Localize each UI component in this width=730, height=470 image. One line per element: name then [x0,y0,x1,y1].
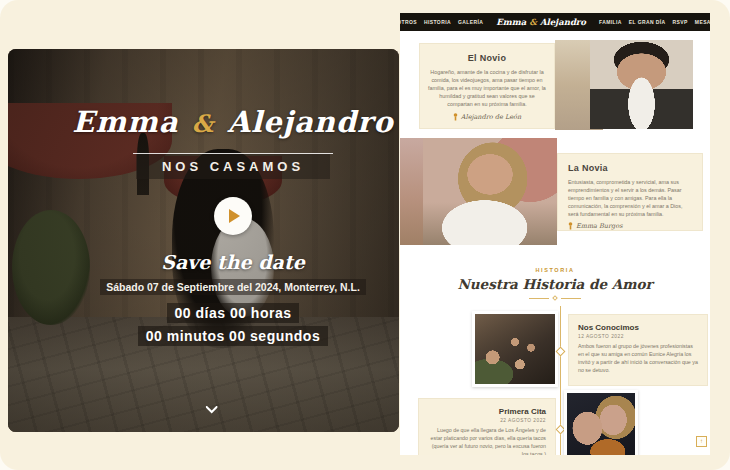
groom-bio-card: El Novio Hogareño, amante de la cocina y… [419,43,555,129]
timeline-item-text: Luego de que ella llegara de Los Ángeles… [428,427,546,455]
story-eyebrow: HISTORIA [400,267,710,273]
bride-bio-card: La Novia Entusiasta, comprometida y serv… [557,153,703,231]
story-divider-ornament [400,296,710,300]
section-groom: El Novio Hogareño, amante de la cocina y… [400,40,710,132]
arrow-up-icon: ↑ [700,438,703,444]
signature-icon [568,222,573,230]
countdown-minutes-seconds: 00 minutos 00 segundos [138,326,328,346]
timeline-photo-group-selfie [472,311,558,387]
nav-item-historia[interactable]: HISTORIA [424,19,451,25]
nav-item-nosotros[interactable]: NOSOTROS [400,19,417,25]
hero-ampersand: & [190,109,217,138]
play-icon [229,209,240,223]
wedding-date-location: Sábado 07 de Septiembre del 2024, Monter… [100,279,366,295]
hero-name-second: Alejandro [227,105,393,139]
story-title: Nuestra Historia de Amor [400,276,710,292]
website-preview-panel: INICIO NOSOTROS HISTORIA GALERÍA Emma & … [400,13,710,455]
hero-subtitle: NOS CASAMOS [136,154,330,179]
hero-name-first: Emma [72,105,178,139]
timeline-item-text: Ambos fueron al grupo de jóvenes profesi… [578,343,698,375]
timeline-item-title: Nos Conocimos [578,323,698,332]
signature-icon [453,113,458,121]
nav-item-mesa-de-regalos[interactable]: MESA DE REGALOS [695,19,710,25]
hero-photo-card: Emma & Alejandro NOS CASAMOS Save the da… [8,49,399,432]
timeline-item-title: Primera Cita [428,407,546,416]
story-timeline: Nos Conocimos 12 AGOSTO 2022 Ambos fuero… [400,306,710,455]
groom-description: Hogareño, amante de la cocina y de disfr… [428,68,546,109]
bride-photo [423,138,557,245]
groom-signature: Alejandro de León [428,113,546,121]
groom-photo [590,40,693,129]
scroll-to-top-button[interactable]: ↑ [696,436,707,447]
hero-couple-names: Emma & Alejandro [72,105,393,139]
save-the-date-label: Save the date [161,251,305,273]
story-section-header: HISTORIA Nuestra Historia de Amor [400,267,710,300]
timeline-photo-first-date [564,390,638,455]
section-bride: La Novia Entusiasta, comprometida y serv… [400,138,710,245]
bride-description: Entusiasta, comprometida y servicial, am… [568,178,692,219]
nav-logo[interactable]: Emma & Alejandro [496,17,586,27]
bride-signature: Emma Burgos [568,222,692,230]
countdown-days-hours: 00 días 00 horas [167,303,300,323]
divider-line [561,298,581,299]
play-video-button[interactable] [214,197,252,235]
nav-item-el-gran-dia[interactable]: EL GRAN DÍA [629,19,666,25]
diamond-icon [552,295,558,301]
timeline-item-nos-conocimos: Nos Conocimos 12 AGOSTO 2022 Ambos fuero… [568,314,708,386]
nav-logo-ampersand: & [529,17,537,27]
nav-item-familia[interactable]: FAMILIA [599,19,622,25]
groom-title: El Novio [428,53,546,63]
top-navigation-bar: INICIO NOSOTROS HISTORIA GALERÍA Emma & … [400,13,710,31]
divider-line [529,298,549,299]
nav-item-rsvp[interactable]: RSVP [673,19,688,25]
groom-signature-name: Alejandro de León [461,113,521,121]
bride-signature-name: Emma Burgos [576,222,623,230]
scroll-down-chevron-icon[interactable] [205,400,217,418]
timeline-item-date: 12 AGOSTO 2022 [578,334,698,339]
nav-item-galeria[interactable]: GALERÍA [458,19,483,25]
countdown: 00 días 00 horas 00 minutos 00 segundos [138,303,328,346]
hero-content: Emma & Alejandro NOS CASAMOS Save the da… [78,105,388,346]
bride-title: La Novia [568,163,692,173]
timeline-item-date: 22 AGOSTO 2022 [428,418,546,423]
page-canvas: Emma & Alejandro NOS CASAMOS Save the da… [0,0,730,470]
timeline-item-primera-cita: Primera Cita 22 AGOSTO 2022 Luego de que… [418,398,556,455]
